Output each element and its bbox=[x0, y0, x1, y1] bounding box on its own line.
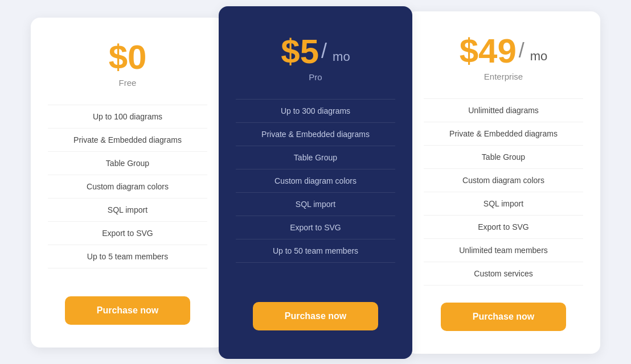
feature-item: Export to SVG bbox=[424, 216, 583, 239]
price-slash: / bbox=[519, 39, 525, 68]
pricing-card-pro: $5/moProUp to 300 diagramsPrivate & Embe… bbox=[219, 6, 412, 359]
feature-item: Export to SVG bbox=[236, 216, 395, 239]
features-list: Up to 100 diagramsPrivate & Embedded dia… bbox=[48, 105, 207, 279]
feature-item: Up to 5 team members bbox=[48, 245, 207, 268]
price-period: mo bbox=[333, 49, 350, 69]
feature-item: Export to SVG bbox=[48, 222, 207, 245]
purchase-button[interactable]: Purchase now bbox=[65, 296, 190, 325]
price-wrapper: $5/mo bbox=[281, 35, 350, 69]
pricing-card-enterprise: $49/moEnterpriseUnlimitted diagramsPriva… bbox=[407, 11, 600, 354]
features-list: Unlimitted diagramsPrivate & Embedded di… bbox=[424, 98, 583, 286]
feature-item: Up to 300 diagrams bbox=[236, 99, 395, 123]
feature-item: Up to 100 diagrams bbox=[48, 105, 207, 129]
feature-item: Private & Embedded diagrams bbox=[236, 123, 395, 146]
feature-item: SQL import bbox=[48, 198, 207, 222]
feature-item: Table Group bbox=[48, 152, 207, 175]
feature-item: Up to 50 team members bbox=[236, 239, 395, 263]
price-label: Free bbox=[119, 78, 137, 88]
pricing-container: $0FreeUp to 100 diagramsPrivate & Embedd… bbox=[14, 11, 617, 354]
price-label: Enterprise bbox=[484, 72, 523, 81]
price-period: mo bbox=[530, 49, 548, 68]
feature-item: Custom diagram colors bbox=[236, 169, 395, 193]
purchase-button[interactable]: Purchase now bbox=[441, 303, 566, 331]
feature-item: SQL import bbox=[236, 193, 395, 216]
price-label: Pro bbox=[309, 72, 322, 82]
purchase-button[interactable]: Purchase now bbox=[253, 302, 378, 330]
feature-item: Unlimited team members bbox=[424, 239, 583, 262]
feature-item: Custom services bbox=[424, 262, 583, 286]
feature-item: Custom diagram colors bbox=[48, 175, 207, 198]
features-list: Up to 300 diagramsPrivate & Embedded dia… bbox=[236, 99, 395, 285]
price-amount: $49 bbox=[460, 34, 517, 68]
price-wrapper: $49/mo bbox=[460, 34, 548, 68]
feature-item: Private & Embedded diagrams bbox=[424, 122, 583, 146]
price-amount: $0 bbox=[109, 40, 147, 75]
feature-item: SQL import bbox=[424, 192, 583, 216]
feature-item: Table Group bbox=[424, 146, 583, 169]
pricing-card-free: $0FreeUp to 100 diagramsPrivate & Embedd… bbox=[31, 18, 224, 348]
price-slash: / bbox=[321, 39, 327, 69]
feature-item: Table Group bbox=[236, 146, 395, 169]
feature-item: Custom diagram colors bbox=[424, 169, 583, 192]
price-wrapper: $0 bbox=[109, 40, 147, 75]
feature-item: Private & Embedded diagrams bbox=[48, 129, 207, 152]
price-amount: $5 bbox=[281, 35, 319, 69]
feature-item: Unlimitted diagrams bbox=[424, 98, 583, 122]
